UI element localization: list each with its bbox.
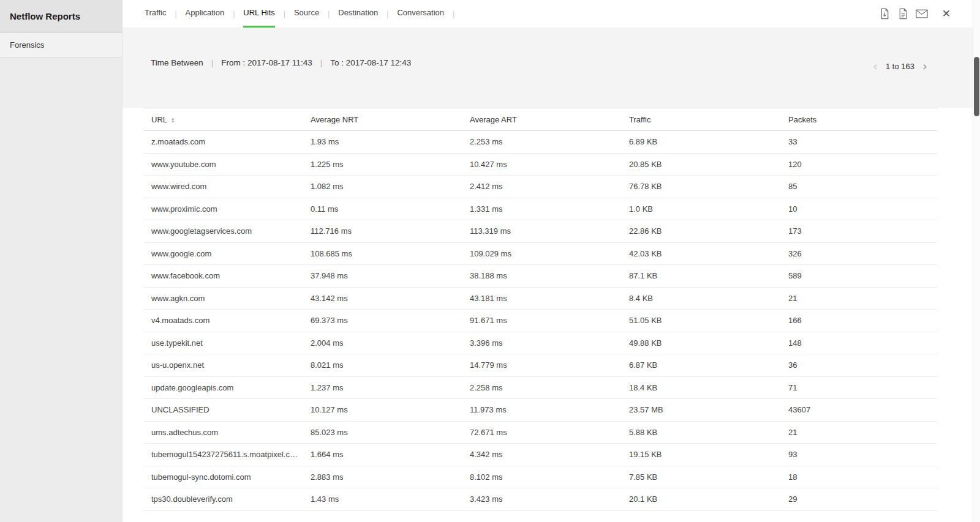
table-cell: 21 bbox=[781, 287, 937, 310]
next-page-icon[interactable]: › bbox=[920, 60, 930, 72]
tab-destination[interactable]: Destination bbox=[338, 0, 378, 28]
table-cell: 112.716 ms bbox=[303, 220, 462, 243]
table-cell: 76.78 KB bbox=[622, 176, 781, 198]
table-cell: 51.05 KB bbox=[622, 310, 781, 332]
tab-conversation[interactable]: Conversation bbox=[397, 0, 444, 28]
time-to-value: To : 2017-08-17 12:43 bbox=[330, 58, 411, 67]
netflow-reports-window: Netflow Reports Forensics Traffic|Applic… bbox=[0, 0, 980, 522]
sort-icon[interactable]: ▲▼ bbox=[171, 117, 175, 124]
table-row: www.googletagservices.com112.716 ms113.3… bbox=[144, 220, 937, 243]
table-cell: 8.4 KB bbox=[622, 287, 781, 310]
table-cell: 10.127 ms bbox=[303, 399, 462, 422]
table-cell: 20.85 KB bbox=[622, 153, 781, 176]
main-panel: Traffic|Application|URL Hits|Source|Dest… bbox=[123, 0, 980, 522]
column-header-traffic[interactable]: Traffic bbox=[622, 108, 781, 131]
table-row: www.agkn.com43.142 ms43.181 ms8.4 KB21 bbox=[144, 287, 937, 310]
table-cell: 589 bbox=[781, 265, 937, 288]
table-row: update.googleapis.com1.237 ms2.258 ms18.… bbox=[144, 376, 937, 399]
table-row: tubemogul154237275611.s.moatpixel.com1.6… bbox=[144, 444, 937, 466]
export-pdf-icon[interactable] bbox=[897, 8, 909, 20]
table-cell: 7.85 KB bbox=[622, 466, 781, 488]
column-header-average-art[interactable]: Average ART bbox=[462, 108, 622, 131]
table-cell: 49.88 KB bbox=[622, 332, 781, 354]
toolbar: ✕ bbox=[879, 8, 980, 20]
filter-separator: | bbox=[320, 58, 323, 67]
table-cell: 120 bbox=[781, 153, 937, 176]
vertical-scrollbar[interactable] bbox=[973, 0, 980, 522]
time-between-label: Time Between bbox=[151, 58, 203, 67]
url-cell: tubemogul154237275611.s.moatpixel.com bbox=[144, 444, 303, 466]
tab-separator: | bbox=[284, 1, 285, 27]
table-cell: 11.973 ms bbox=[462, 399, 622, 422]
scrollbar-thumb[interactable] bbox=[974, 57, 979, 116]
table-cell: 2.258 ms bbox=[462, 376, 622, 399]
tab-separator: | bbox=[453, 1, 454, 27]
tab-source[interactable]: Source bbox=[294, 0, 319, 28]
url-cell: www.facebook.com bbox=[144, 265, 303, 288]
report-tabs: Traffic|Application|URL Hits|Source|Dest… bbox=[145, 0, 463, 28]
table-cell: 93 bbox=[781, 444, 937, 466]
table-row: ums.adtechus.com85.023 ms72.671 ms5.88 K… bbox=[144, 421, 937, 444]
tab-separator: | bbox=[175, 1, 176, 27]
url-cell: v4.moatads.com bbox=[144, 310, 303, 332]
table-cell: 8.102 ms bbox=[462, 466, 622, 488]
table-row: us-u.openx.net8.021 ms14.779 ms6.87 KB36 bbox=[144, 354, 937, 377]
table-cell: 42.03 KB bbox=[622, 242, 781, 265]
table-header-row: URL▲▼Average NRTAverage ARTTrafficPacket… bbox=[144, 108, 937, 131]
close-icon[interactable]: ✕ bbox=[942, 9, 951, 19]
table-cell: 10.427 ms bbox=[462, 153, 622, 176]
email-icon[interactable] bbox=[916, 9, 928, 18]
tab-url-hits[interactable]: URL Hits bbox=[243, 0, 275, 28]
table-cell: 38.188 ms bbox=[462, 265, 622, 288]
table-cell: 91.671 ms bbox=[462, 310, 622, 332]
table-body: z.moatads.com1.93 ms2.253 ms6.89 KB33www… bbox=[144, 131, 937, 511]
table-cell: 1.0 KB bbox=[622, 198, 781, 220]
table-cell: 22.86 KB bbox=[622, 220, 781, 243]
table-cell: 3.423 ms bbox=[462, 488, 622, 511]
column-header-average-nrt[interactable]: Average NRT bbox=[303, 108, 462, 131]
pagination-range: 1 to 163 bbox=[886, 62, 914, 71]
sidebar: Netflow Reports Forensics bbox=[0, 0, 123, 522]
url-cell: us-u.openx.net bbox=[144, 354, 303, 377]
url-cell: www.agkn.com bbox=[144, 287, 303, 310]
column-header-packets[interactable]: Packets bbox=[781, 108, 937, 131]
prev-page-icon[interactable]: ‹ bbox=[870, 60, 880, 72]
url-cell: tps30.doubleverify.com bbox=[144, 488, 303, 511]
sidebar-item-forensics[interactable]: Forensics bbox=[0, 33, 122, 58]
table-cell: 166 bbox=[781, 310, 937, 332]
table-cell: 87.1 KB bbox=[622, 265, 781, 288]
tab-application[interactable]: Application bbox=[186, 0, 225, 28]
tab-traffic[interactable]: Traffic bbox=[145, 0, 166, 28]
table-cell: 109.029 ms bbox=[462, 242, 622, 265]
table-row: UNCLASSIFIED10.127 ms11.973 ms23.57 MB43… bbox=[144, 399, 937, 422]
table-cell: 2.883 ms bbox=[303, 466, 462, 488]
tab-separator: | bbox=[328, 1, 330, 27]
table-container: URL▲▼Average NRTAverage ARTTrafficPacket… bbox=[123, 108, 980, 511]
table-cell: 43607 bbox=[781, 399, 937, 422]
table-cell: 72.671 ms bbox=[462, 421, 622, 444]
table-cell: 6.89 KB bbox=[622, 131, 781, 154]
sidebar-header: Netflow Reports bbox=[0, 0, 122, 33]
filter-band: Time Between | From : 2017-08-17 11:43 |… bbox=[123, 28, 980, 108]
table-cell: 36 bbox=[781, 354, 937, 377]
table-cell: 14.779 ms bbox=[462, 354, 622, 377]
table-cell: 37.948 ms bbox=[303, 265, 462, 288]
table-cell: 2.412 ms bbox=[462, 176, 622, 198]
table-cell: 69.373 ms bbox=[303, 310, 462, 332]
table-row: www.wired.com1.082 ms2.412 ms76.78 KB85 bbox=[144, 176, 937, 198]
url-cell: www.googletagservices.com bbox=[144, 220, 303, 243]
table-cell: 33 bbox=[781, 131, 937, 154]
table-cell: 85.023 ms bbox=[303, 421, 462, 444]
table-cell: 1.664 ms bbox=[303, 444, 462, 466]
table-cell: 43.142 ms bbox=[303, 287, 462, 310]
table-cell: 1.93 ms bbox=[303, 131, 462, 154]
table-row: www.proximic.com0.11 ms1.331 ms1.0 KB10 bbox=[144, 198, 937, 220]
table-cell: 1.082 ms bbox=[303, 176, 462, 198]
table-cell: 23.57 MB bbox=[622, 399, 781, 422]
table-cell: 173 bbox=[781, 220, 937, 243]
url-cell: UNCLASSIFIED bbox=[144, 399, 303, 422]
table-row: tubemogul-sync.dotomi.com2.883 ms8.102 m… bbox=[144, 466, 937, 488]
table-row: tps30.doubleverify.com1.43 ms3.423 ms20.… bbox=[144, 488, 937, 511]
export-xls-icon[interactable] bbox=[879, 8, 891, 20]
column-header-url[interactable]: URL▲▼ bbox=[144, 108, 303, 131]
